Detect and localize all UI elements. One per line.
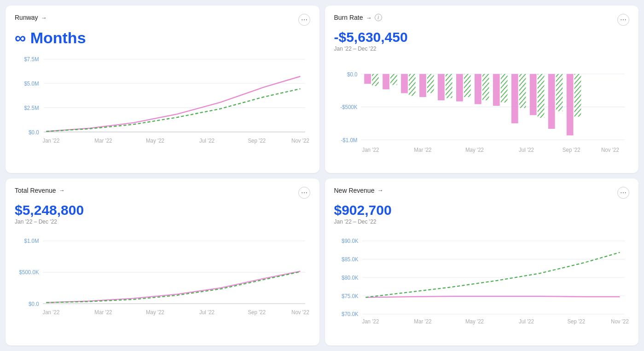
svg-text:May '22: May '22 (465, 318, 483, 325)
svg-rect-32 (445, 74, 452, 98)
total-revenue-card: Total Revenue → ⋯ $5,248,800 Jan '22 – D… (6, 178, 319, 346)
total-revenue-arrow-icon[interactable]: → (59, 187, 65, 194)
total-revenue-date-range: Jan '22 – Dec '22 (15, 219, 310, 225)
svg-text:$75.0K: $75.0K (341, 293, 358, 299)
svg-text:Nov '22: Nov '22 (291, 138, 309, 144)
svg-text:May '22: May '22 (465, 146, 483, 153)
runway-title-row: Runway → (15, 14, 47, 21)
svg-text:Nov '22: Nov '22 (291, 309, 309, 316)
svg-text:$90.0K: $90.0K (341, 237, 358, 244)
new-revenue-value: $902,700 (334, 202, 630, 218)
svg-text:Jan '22: Jan '22 (42, 138, 59, 144)
svg-text:$70.0K: $70.0K (341, 311, 358, 317)
svg-rect-42 (537, 74, 544, 118)
burn-rate-arrow-icon[interactable]: → (366, 14, 372, 21)
svg-text:$80.0K: $80.0K (341, 274, 358, 281)
svg-text:$0.0: $0.0 (29, 300, 39, 307)
svg-text:Nov '22: Nov '22 (611, 318, 629, 325)
svg-text:$0.0: $0.0 (29, 129, 39, 136)
svg-text:-$500K: -$500K (340, 104, 358, 110)
svg-text:Sep '22: Sep '22 (562, 146, 580, 153)
svg-rect-30 (427, 74, 434, 93)
svg-rect-38 (500, 74, 507, 103)
svg-rect-44 (556, 74, 563, 111)
burn-rate-date-range: Jan '22 – Dec '22 (334, 46, 630, 52)
svg-rect-31 (438, 74, 445, 100)
burn-rate-title: Burn Rate (334, 14, 363, 21)
burn-rate-card: Burn Rate → i ⋯ -$5,630,450 Jan '22 – De… (325, 6, 639, 173)
burn-rate-card-header: Burn Rate → i ⋯ (334, 14, 630, 26)
svg-rect-29 (419, 74, 426, 97)
svg-rect-37 (493, 74, 499, 106)
svg-text:Jul '22: Jul '22 (199, 309, 215, 316)
new-revenue-arrow-icon[interactable]: → (377, 187, 383, 194)
svg-rect-24 (372, 74, 379, 86)
svg-rect-23 (364, 74, 371, 84)
total-revenue-title: Total Revenue (15, 187, 56, 194)
total-revenue-title-row: Total Revenue → (15, 187, 65, 194)
svg-rect-36 (482, 74, 489, 100)
runway-chart: $7.5M $5.0M $2.5M $0.0 Jan '22 Mar '22 M… (15, 48, 310, 167)
runway-more-button[interactable]: ⋯ (298, 14, 310, 26)
runway-value: ∞ Months (15, 29, 310, 46)
new-revenue-title: New Revenue (334, 187, 375, 194)
svg-text:Jan '22: Jan '22 (362, 146, 379, 153)
svg-text:$0.0: $0.0 (347, 71, 357, 78)
burn-rate-value: -$5,630,450 (334, 29, 630, 45)
runway-arrow-icon[interactable]: → (41, 14, 47, 21)
new-revenue-title-row: New Revenue → (334, 187, 383, 194)
svg-text:Jan '22: Jan '22 (42, 309, 59, 316)
svg-text:Sep '22: Sep '22 (248, 138, 266, 144)
runway-card-header: Runway → ⋯ (15, 14, 310, 26)
svg-rect-26 (390, 74, 397, 85)
svg-text:$2.5M: $2.5M (24, 105, 39, 112)
svg-text:Mar '22: Mar '22 (414, 146, 431, 153)
svg-rect-35 (474, 74, 481, 104)
burn-rate-title-row: Burn Rate → i (334, 14, 382, 21)
svg-text:Mar '22: Mar '22 (94, 309, 112, 316)
svg-text:Jul '22: Jul '22 (518, 318, 534, 325)
svg-rect-45 (566, 74, 573, 136)
svg-text:May '22: May '22 (146, 138, 164, 144)
svg-rect-33 (456, 74, 463, 102)
dashboard-grid: Runway → ⋯ ∞ Months $7.5M $5.0M (6, 6, 638, 345)
runway-title: Runway (15, 14, 38, 21)
burn-rate-info-icon[interactable]: i (375, 14, 382, 21)
new-revenue-card: New Revenue → ⋯ $902,700 Jan '22 – Dec '… (325, 178, 639, 346)
svg-rect-40 (519, 74, 526, 108)
svg-text:Jul '22: Jul '22 (199, 138, 215, 144)
svg-rect-43 (548, 74, 555, 129)
svg-text:Mar '22: Mar '22 (94, 138, 112, 144)
svg-text:$1.0M: $1.0M (24, 237, 39, 244)
burn-rate-more-button[interactable]: ⋯ (617, 14, 629, 26)
new-revenue-chart: $90.0K $85.0K $80.0K $75.0K $70.0K Jan '… (334, 230, 630, 340)
svg-rect-39 (511, 74, 518, 123)
svg-text:-$1.0M: -$1.0M (341, 137, 357, 144)
svg-rect-25 (383, 74, 389, 89)
new-revenue-more-button[interactable]: ⋯ (617, 187, 629, 199)
svg-text:Nov '22: Nov '22 (601, 146, 619, 153)
svg-text:$85.0K: $85.0K (341, 256, 358, 263)
svg-text:$7.5M: $7.5M (24, 56, 39, 63)
runway-card: Runway → ⋯ ∞ Months $7.5M $5.0M (6, 6, 319, 173)
svg-text:$5.0M: $5.0M (24, 81, 39, 87)
svg-rect-46 (574, 74, 581, 117)
total-revenue-chart: $1.0M $500.0K $0.0 Jan '22 Mar '22 May '… (15, 230, 310, 340)
new-revenue-card-header: New Revenue → ⋯ (334, 187, 630, 199)
svg-text:$500.0K: $500.0K (19, 269, 39, 276)
svg-text:Jan '22: Jan '22 (362, 318, 379, 325)
svg-text:Jul '22: Jul '22 (518, 146, 534, 153)
svg-rect-34 (464, 74, 470, 97)
new-revenue-date-range: Jan '22 – Dec '22 (334, 219, 630, 225)
svg-text:Mar '22: Mar '22 (414, 318, 431, 325)
svg-rect-27 (401, 74, 408, 93)
svg-text:Sep '22: Sep '22 (567, 318, 585, 325)
svg-rect-28 (408, 74, 415, 96)
svg-rect-41 (529, 74, 536, 115)
total-revenue-more-button[interactable]: ⋯ (298, 187, 310, 199)
svg-text:May '22: May '22 (146, 309, 164, 316)
total-revenue-value: $5,248,800 (15, 202, 310, 218)
svg-text:Sep '22: Sep '22 (248, 309, 266, 316)
burn-rate-chart: $0.0 -$500K -$1.0M (334, 58, 630, 167)
total-revenue-card-header: Total Revenue → ⋯ (15, 187, 310, 199)
